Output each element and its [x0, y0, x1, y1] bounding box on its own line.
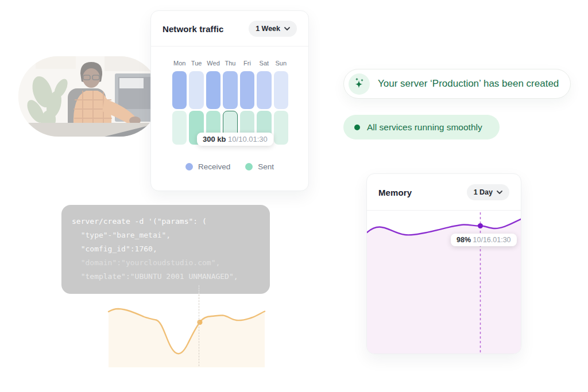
weekday-label: Wed	[206, 60, 220, 67]
server-created-text: Your server ‘Production’ has been create…	[378, 78, 559, 90]
received-bar-fri[interactable]	[240, 71, 254, 109]
network-range-dropdown[interactable]: 1 Week	[249, 21, 297, 37]
memory-card-title: Memory	[378, 188, 412, 197]
chevron-down-icon	[284, 27, 290, 30]
yellow-chart-dashed-line-upper	[199, 285, 199, 294]
weekday-label: Sun	[274, 60, 288, 67]
memory-range-dropdown[interactable]: 1 Day	[467, 184, 509, 200]
code-line: "domain":"yourcloudstudio.com",	[72, 258, 220, 267]
sent-bar-sun[interactable]	[274, 111, 288, 145]
received-bar-thu[interactable]	[223, 71, 237, 109]
person-photo	[18, 56, 160, 137]
chevron-down-icon	[497, 191, 502, 194]
services-status-notification: All services running smoothly	[343, 115, 500, 139]
weekday-label: Sat	[257, 60, 271, 67]
legend-item-received: Received	[185, 162, 230, 171]
yellow-chart-marker-dot	[198, 320, 203, 325]
server-create-code-block: server/create -d '("params": ( "type"-"b…	[61, 205, 270, 294]
network-header-divider	[151, 46, 308, 46]
weekday-label: Fri	[240, 60, 254, 67]
received-bar-mon[interactable]	[172, 71, 187, 109]
weekday-label: Mon	[172, 60, 187, 67]
legend-label: Received	[198, 162, 230, 171]
network-traffic-card: Network traffic 1 Week MonTueWedThuFriSa…	[150, 10, 309, 191]
page-canvas: Network traffic 1 Week MonTueWedThuFriSa…	[0, 0, 588, 392]
received-bar-wed[interactable]	[206, 71, 220, 109]
received-bar-sun[interactable]	[274, 71, 288, 109]
weekday-label: Thu	[223, 60, 237, 67]
received-bar-tue[interactable]	[189, 71, 203, 109]
legend-label: Sent	[258, 162, 274, 171]
network-card-title: Network traffic	[163, 24, 224, 34]
sent-bar-mon[interactable]	[172, 111, 187, 145]
memory-marker-dot	[478, 223, 483, 228]
code-line: server/create -d '("params": (	[72, 217, 207, 226]
received-bar-sat[interactable]	[257, 71, 271, 109]
network-legend: ReceivedSent	[151, 162, 308, 171]
memory-header-divider	[367, 210, 521, 211]
network-tooltip-value: 300 kb	[203, 135, 226, 143]
server-created-notification: Your server ‘Production’ has been create…	[343, 69, 571, 99]
network-tooltip: 300 kb 10/10.01:30	[197, 133, 273, 146]
network-chart: MonTueWedThuFriSatSun	[172, 60, 288, 145]
legend-dot-icon	[185, 163, 193, 170]
yellow-line-chart	[106, 296, 267, 367]
memory-area-chart	[367, 211, 521, 354]
person-photo-illustration	[18, 56, 160, 137]
memory-card-header: Memory 1 Day	[367, 174, 521, 210]
code-line: "type"-"bare_metai",	[72, 231, 171, 239]
code-text: server/create -d '("params": ( "type"-"b…	[72, 215, 262, 284]
legend-item-sent: Sent	[245, 162, 274, 171]
code-line: "template":"UBUNTU 2001 UNMANAGED",	[72, 272, 238, 281]
memory-tooltip: 98% 10/16.01:30	[451, 234, 517, 246]
memory-card: Memory 1 Day 98% 10/16.01:30	[366, 173, 521, 354]
network-range-label: 1 Week	[256, 25, 280, 33]
memory-range-label: 1 Day	[474, 188, 493, 196]
network-card-header: Network traffic 1 Week	[151, 11, 308, 46]
weekday-labels: MonTueWedThuFriSatSun	[172, 60, 288, 67]
legend-dot-icon	[245, 163, 253, 170]
sparkle-icon	[349, 73, 370, 95]
memory-tooltip-value: 98%	[457, 236, 471, 244]
weekday-label: Tue	[189, 60, 203, 67]
status-dot-icon	[354, 125, 360, 130]
memory-tooltip-time: 10/16.01:30	[473, 236, 511, 244]
received-bar-row	[172, 71, 288, 109]
yellow-chart-dashed-line	[199, 294, 199, 366]
code-line: "comfig_id":1760,	[72, 244, 157, 253]
services-status-text: All services running smoothly	[367, 122, 482, 133]
network-tooltip-time: 10/10.01:30	[228, 135, 268, 143]
